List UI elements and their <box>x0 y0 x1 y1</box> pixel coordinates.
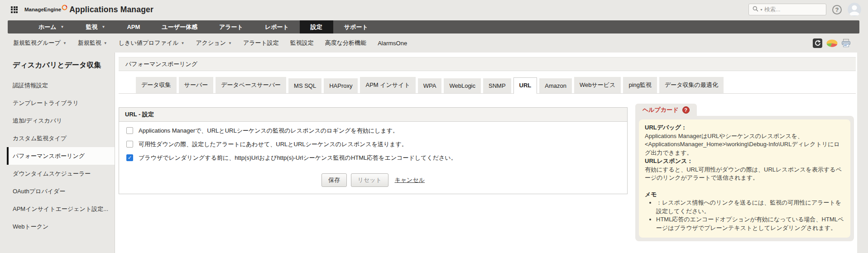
subnav-threshold-profile[interactable]: しきい値プロファイル ▼ <box>119 39 185 47</box>
tab-web-services[interactable]: Webサービス <box>574 77 621 93</box>
tab-data-collection[interactable]: データ収集 <box>136 77 177 93</box>
sidebar-item-template-library[interactable]: テンプレートライブラリ <box>0 94 115 112</box>
help-heading-memo: メモ <box>645 191 844 199</box>
nav-settings[interactable]: 設定 <box>300 20 333 33</box>
tab-data-collection-optimization[interactable]: データ収集の最適化 <box>659 77 724 93</box>
sidebar-title: ディスカバリとデータ収集 <box>0 53 115 70</box>
subnav-alarmsone[interactable]: AlarmsOne <box>378 40 407 47</box>
subnav-actions[interactable]: アクション ▼ <box>196 39 231 47</box>
checkbox-enable-logging[interactable] <box>126 127 133 134</box>
subnav-new-monitor-group[interactable]: 新規監視グループ ▼ <box>13 39 67 47</box>
help-card-tab: ヘルプカード ? <box>635 104 697 116</box>
option-row-encode-html: ブラウザでレンダリングする前に、http(s)Urlおよびhttp(s)-Url… <box>126 154 620 162</box>
url-settings-box: URL - 設定 Applications Managerで、URLとURLシー… <box>119 107 628 194</box>
nav-home[interactable]: ホーム ▼ <box>28 20 75 33</box>
sidebar: ディスカバリとデータ収集 認証情報設定 テンプレートライブラリ 追加/ディスカバ… <box>0 53 115 253</box>
tab-amazon[interactable]: Amazon <box>539 78 572 93</box>
subnav-icon-group <box>813 38 850 48</box>
help-note: URLデバッグ： Applications ManagerはURLやシーケンスの… <box>639 119 850 238</box>
subnav-label: しきい値プロファイル <box>119 39 179 47</box>
printer-icon[interactable] <box>842 39 850 47</box>
tab-url[interactable]: URL <box>513 77 537 94</box>
search-icon <box>753 6 758 13</box>
tab-snmp[interactable]: SNMP <box>483 78 511 93</box>
subnav-label: 新規監視 <box>78 39 101 47</box>
main-panel: パフォーマンスポーリング データ収集 サーバー データベースサーバー MS SQ… <box>115 53 857 253</box>
help-icon[interactable]: ? <box>832 5 842 14</box>
nav-support[interactable]: サポート <box>333 20 379 33</box>
help-memo-item: HTML応答のエンコードオプションが有効になっている場合、HTMLページはブラウ… <box>656 215 844 232</box>
help-heading-url-response: URLレスポンス： <box>645 157 844 166</box>
help-body-url-response: 有効にすると、URL可用性がダウンの際は、URLレスポンスを表示するページのリン… <box>645 166 844 182</box>
option-row-enable-logging: Applications Managerで、URLとURLシーケンスの監視のレス… <box>126 127 620 134</box>
page-title: Applications Manager <box>69 5 153 14</box>
url-settings-body: Applications Managerで、URLとURLシーケンスの監視のレス… <box>119 122 627 162</box>
help-memo-list: ：レスポンス情報へのリンクを送るには、監視の可用性にアラートを設定してください。… <box>645 199 844 232</box>
chevron-down-icon: ▼ <box>228 41 232 45</box>
subnav-advanced-analytics[interactable]: 高度な分析機能 <box>325 39 366 47</box>
manageengine-logo: ManageEngine <box>24 7 61 12</box>
search-input[interactable] <box>764 6 822 13</box>
actions-row: 保存 リセット キャンセル <box>119 168 627 194</box>
sidebar-list: 認証情報設定 テンプレートライブラリ 追加/ディスカバリ カスタム監視タイプ パ… <box>0 76 115 235</box>
help-body-url-debug: Applications ManagerはURLやシーケンスのレスポンスを、<A… <box>645 132 844 158</box>
tab-haproxy[interactable]: HAProxy <box>324 78 358 93</box>
apps-grid-icon[interactable] <box>11 6 18 13</box>
global-search[interactable]: ▼ <box>748 4 826 15</box>
option-label: ブラウザでレンダリングする前に、http(s)Urlおよびhttp(s)-Url… <box>139 154 457 162</box>
sub-navbar: 新規監視グループ ▼ 新規監視 ▼ しきい値プロファイル ▼ アクション ▼ ア… <box>0 33 868 53</box>
refresh-icon[interactable] <box>813 38 822 48</box>
sidebar-item-web-token[interactable]: Webトークン <box>0 218 115 235</box>
nav-alerts[interactable]: アラート <box>208 20 254 33</box>
tab-ms-sql[interactable]: MS SQL <box>288 78 321 93</box>
tab-weblogic[interactable]: WebLogic <box>444 78 481 93</box>
nav-apm[interactable]: APM <box>116 20 151 33</box>
user-avatar[interactable] <box>848 3 861 16</box>
save-button[interactable]: 保存 <box>321 173 347 187</box>
checkbox-encode-html[interactable] <box>126 154 133 161</box>
option-label: Applications Managerで、URLとURLシーケンスの監視のレス… <box>139 127 398 134</box>
tab-server[interactable]: サーバー <box>179 77 214 93</box>
sidebar-item-apm-insight-agent[interactable]: APMインサイトエージェント設定... <box>0 200 115 218</box>
sidebar-item-downtime-scheduler[interactable]: ダウンタイムスケジューラー <box>0 165 115 182</box>
chevron-down-icon: ▼ <box>104 41 107 45</box>
tab-strip: データ収集 サーバー データベースサーバー MS SQL HAProxy APM… <box>119 77 856 94</box>
manageengine-swirl-icon <box>62 5 67 12</box>
tab-wpa[interactable]: WPA <box>418 78 442 93</box>
cancel-link[interactable]: キャンセル <box>394 177 425 183</box>
option-label: 可用性ダウンの際、設定したアラートにあわせて、URLとURLシーケンスのレスポン… <box>139 141 408 148</box>
subnav-new-monitor[interactable]: 新規監視 ▼ <box>78 39 107 47</box>
help-heading-url-debug: URLデバッグ： <box>645 124 844 132</box>
subnav-label: アクション <box>196 39 226 47</box>
sidebar-item-custom-monitor-type[interactable]: カスタム監視タイプ <box>0 129 115 147</box>
chevron-down-icon: ▼ <box>181 41 185 45</box>
subnav-alert-settings[interactable]: アラート設定 <box>243 39 279 47</box>
tab-database-server[interactable]: データベースサーバー <box>216 77 286 93</box>
sidebar-item-add-discovery[interactable]: 追加/ディスカバリ <box>0 112 115 129</box>
subnav-monitor-settings[interactable]: 監視設定 <box>290 39 314 47</box>
help-card-column: ヘルプカード ? URLデバッグ： Applications ManagerはU… <box>635 104 854 241</box>
sidebar-item-credential-settings[interactable]: 認証情報設定 <box>0 76 115 94</box>
tab-ping-monitor[interactable]: ping監視 <box>623 77 657 93</box>
reset-button[interactable]: リセット <box>351 173 388 187</box>
subnav-label: 新規監視グループ <box>13 39 61 47</box>
url-settings-title: URL - 設定 <box>119 108 627 122</box>
option-row-send-response: 可用性ダウンの際、設定したアラートにあわせて、URLとURLシーケンスのレスポン… <box>126 141 620 148</box>
chevron-down-icon: ▼ <box>102 25 106 29</box>
tab-apm-insight[interactable]: APM インサイト <box>360 77 415 93</box>
help-memo-item: ：レスポンス情報へのリンクを送るには、監視の可用性にアラートを設定してください。 <box>656 199 844 215</box>
nav-reports[interactable]: レポート <box>254 20 300 33</box>
nav-monitor[interactable]: 監視 ▼ <box>75 20 116 33</box>
nav-home-label: ホーム <box>38 23 57 31</box>
help-card: URLデバッグ： Applications ManagerはURLやシーケンスの… <box>635 116 854 241</box>
nav-user-experience[interactable]: ユーザー体感 <box>151 20 208 33</box>
help-card-title: ヘルプカード <box>643 106 679 114</box>
help-question-icon[interactable]: ? <box>682 106 690 114</box>
sidebar-item-oauth-provider[interactable]: OAuthプロバイダー <box>0 182 115 200</box>
pie-chart-icon[interactable] <box>826 39 838 47</box>
chevron-down-icon[interactable]: ▼ <box>760 8 763 11</box>
main-navbar: ホーム ▼ 監視 ▼ APM ユーザー体感 アラート レポート 設定 サポート <box>8 20 859 33</box>
sidebar-item-performance-polling[interactable]: パフォーマンスポーリング <box>7 147 115 165</box>
checkbox-send-response[interactable] <box>126 141 133 148</box>
section-header: パフォーマンスポーリング <box>119 57 856 71</box>
